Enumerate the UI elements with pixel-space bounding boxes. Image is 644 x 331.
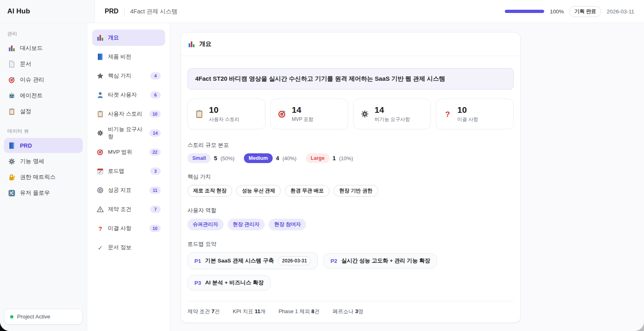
prd-nav-item-label: 개요 (108, 34, 119, 41)
top-header: AI Hub PRD 4Fact 관제 시스템 100% 기획 완료 2026-… (0, 0, 644, 23)
gear-mono-icon (360, 110, 369, 118)
overview-card: 개요 4Fact ST20 바디캠 영상을 실시간 수신하고 기기를 원격 제어… (181, 32, 521, 323)
phase-label: 실시간 성능 고도화 + 관리 기능 확장 (341, 257, 430, 264)
core-values-row: 제로 조작 현장성능 우선 관제환경 무관 배포현장 기반 권한 (187, 185, 514, 197)
book-icon (97, 53, 104, 60)
sidebar-item[interactable]: 권한 매트릭스 (4, 170, 83, 185)
prd-nav-item-label: 핵심 가치 (108, 72, 131, 80)
sidebar-group-dataview: PRD 기능 명세 권한 매트릭스 유저 플로우 (4, 138, 83, 201)
app-window: AI Hub PRD 4Fact 관제 시스템 100% 기획 완료 2026-… (0, 0, 644, 331)
overview-footer-stats: 제약 조건 7건KPI 지표 11개Phase 1 제외 8건페르소나 3명 (187, 301, 514, 315)
sidebar-item-label: 대시보드 (20, 45, 43, 52)
sidebar-item-label: 권한 매트릭스 (20, 174, 56, 181)
footer-stat: 제약 조건 7건 (187, 308, 220, 315)
app-title: AI Hub (0, 0, 95, 23)
status-badge: 기획 완료 (569, 6, 601, 17)
footer-stat: 페르소나 3명 (333, 308, 364, 315)
lock-icon (8, 174, 15, 181)
phase-date: 2026-03-31 (278, 256, 311, 265)
product-summary: 4Fact ST20 바디캠 영상을 실시간 수신하고 기기를 원격 제어하는 … (187, 68, 514, 90)
sidebar-item[interactable]: 대시보드 (4, 41, 83, 56)
core-value-chip: 환경 무관 배포 (285, 185, 330, 197)
prd-nav-item[interactable]: ? 미결 사항 10 (92, 220, 165, 236)
sidebar-item[interactable]: 기능 명세 (4, 154, 83, 169)
roadmap-row: P1 기본 SaaS 관제 시스템 구축 2026-03-31 P2 실시간 성… (187, 252, 514, 290)
section-title: 핵심 가치 (187, 173, 514, 181)
core-value-chip: 제로 조작 현장 (187, 185, 232, 197)
sidebar-item[interactable]: 문서 (4, 56, 83, 71)
sidebar-group-label-dataview: 데이터 뷰 (4, 126, 83, 138)
header-right: 100% 기획 완료 2026-03-11 (505, 6, 634, 17)
size-pill: Small (187, 153, 211, 163)
prd-nav-item-label: 문서 정보 (108, 244, 131, 251)
warning-icon (97, 206, 104, 213)
gear-mono-icon (97, 129, 104, 137)
main-content: 개요 4Fact ST20 바디캠 영상을 실시간 수신하고 기기를 원격 제어… (170, 23, 644, 331)
roadmap-phase-card: P2 실시간 성능 고도화 + 관리 기능 확장 (323, 253, 437, 269)
progress-percent: 100% (550, 9, 564, 15)
sidebar-item[interactable]: PRD (4, 138, 83, 153)
stat-label: 비기능 요구사항 (375, 116, 410, 123)
check-icon: ✓ (97, 244, 104, 251)
prd-nav-item[interactable]: 제품 비전 (92, 49, 165, 65)
question-icon: ? (97, 225, 104, 232)
prd-nav-item[interactable]: 제약 조건 7 (92, 201, 165, 217)
sidebar-item[interactable]: 설정 (4, 104, 83, 119)
user-roles-row: 슈퍼관리자현장 관리자현장 참여자 (187, 219, 514, 230)
prd-nav-item-label: 사용자 스토리 (108, 110, 142, 118)
sidebar: 관리 대시보드 문서 이슈 관리 에이전트 (0, 23, 87, 331)
stat-label: 사용자 스토리 (209, 116, 239, 123)
sidebar-item[interactable]: 이슈 관리 (4, 72, 83, 87)
prd-nav-item[interactable]: 핵심 가치 4 (92, 68, 165, 84)
sidebar-item-label: 에이전트 (20, 92, 43, 99)
prd-nav-item[interactable]: 로드맵 3 (92, 163, 165, 179)
prd-nav-item[interactable]: 비기능 요구사항 14 (92, 125, 165, 141)
sidebar-item-label: 문서 (20, 60, 31, 68)
stat-value: 14 (375, 105, 410, 115)
footer-stat: Phase 1 제외 8건 (278, 308, 319, 315)
section-title: 사용자 역할 (187, 207, 514, 214)
calendar-icon (97, 168, 104, 175)
prd-nav-item[interactable]: 사용자 스토리 10 (92, 106, 165, 122)
robot-icon (8, 92, 15, 99)
count-badge: 3 (150, 168, 161, 175)
clipboard-icon (195, 110, 204, 118)
prd-nav-item-label: 로드맵 (108, 168, 125, 175)
prd-nav-item[interactable]: MVP 범위 22 (92, 144, 165, 160)
overview-title: 개요 (199, 40, 211, 48)
prd-nav-item[interactable]: ✓ 문서 정보 (92, 239, 165, 256)
size-percent: (10%) (339, 155, 353, 161)
dart-icon (8, 76, 15, 84)
size-entry: Small 5 (50%) (187, 153, 235, 163)
prd-nav-list: 개요 제품 비전 핵심 가치 4 타겟 사용자 6 (92, 30, 165, 256)
bar-chart-icon (188, 41, 195, 48)
breadcrumb-divider (124, 7, 125, 15)
bar-chart-icon (8, 45, 15, 52)
prd-nav-item[interactable]: 타겟 사용자 6 (92, 87, 165, 103)
document-icon (8, 60, 15, 68)
stats-row: 10 사용자 스토리 14 MVP 포함 (187, 99, 514, 129)
prd-nav-item[interactable]: 개요 (92, 30, 165, 46)
bullseye-icon (97, 187, 104, 194)
stat-card: 10 사용자 스토리 (187, 99, 265, 129)
sidebar-item[interactable]: 에이전트 (4, 88, 83, 103)
progress-fill (505, 10, 544, 13)
count-badge: 10 (149, 110, 161, 118)
section-title: 로드맵 요약 (187, 241, 514, 248)
stat-value: 14 (292, 105, 313, 115)
stat-value: 10 (457, 105, 478, 115)
sidebar-item-label: 설정 (20, 108, 31, 115)
clipboard-icon (8, 108, 15, 115)
roadmap-phase-card: P1 기본 SaaS 관제 시스템 구축 2026-03-31 (187, 252, 318, 269)
roadmap-section: 로드맵 요약 P1 기본 SaaS 관제 시스템 구축 2026-03-31 P… (187, 241, 514, 290)
project-status-pill: Project Active (4, 309, 83, 325)
stat-value: 10 (209, 105, 239, 115)
core-value-chip: 현장 기반 권한 (334, 185, 378, 197)
user-role-chip: 현장 관리자 (228, 219, 265, 230)
prd-nav-item[interactable]: 성공 지표 11 (92, 182, 165, 198)
size-count: 5 (214, 155, 217, 161)
gear-icon (8, 158, 15, 165)
app-body: 관리 대시보드 문서 이슈 관리 에이전트 (0, 23, 644, 331)
size-entry: Medium 4 (40%) (244, 153, 297, 163)
sidebar-item[interactable]: 유저 플로우 (4, 185, 83, 200)
